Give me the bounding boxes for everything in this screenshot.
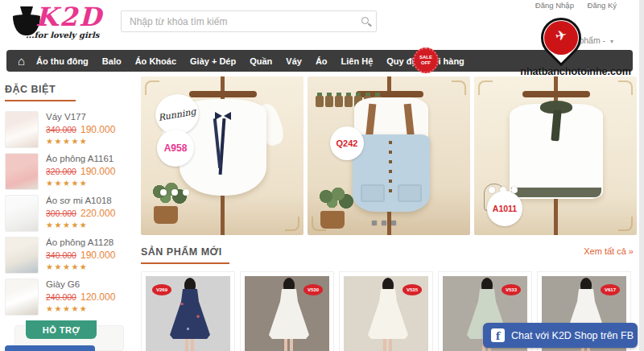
product-code-badge: Q242 [330, 126, 364, 160]
corner-ornament [452, 81, 466, 95]
old-price: 240.000 [46, 292, 76, 302]
product-code-badge: V617 [601, 284, 620, 295]
nav-item-vay[interactable]: Váy [286, 56, 302, 66]
sidebar-title: ĐẶC BIỆT [5, 77, 134, 95]
product-code-badge: A958 [157, 130, 194, 167]
category-dropdown-label: sản phẩm - [564, 35, 606, 45]
old-price: 340.000 [46, 250, 76, 260]
sidebar-product-giay-g6[interactable]: Giày G6 240.000120.000 ★★★★★ [5, 279, 134, 320]
product-thumbnail [5, 111, 39, 148]
hanger [189, 91, 257, 97]
pagination-dots[interactable] [372, 221, 396, 225]
sidebar-footer-link[interactable] [5, 345, 95, 351]
main-nav: ⌂ Áo thu đông Balo Áo Khoác Giày + Dép Q… [6, 50, 633, 72]
product-thumbnail [5, 237, 39, 274]
product-code-badge: V533 [502, 284, 521, 295]
grid-product-3[interactable]: V535 [339, 271, 433, 351]
new-products-header: SẢN PHẨM MỚI Xem tất cả » [141, 246, 637, 269]
register-link[interactable]: Đăng Ký [588, 1, 617, 10]
product-name: Áo phông A1128 [46, 237, 115, 247]
model-legs [284, 339, 287, 351]
category-dropdown[interactable]: sản phẩm - ▾ [564, 35, 613, 45]
login-link[interactable]: Đăng Nhập [535, 1, 574, 10]
product-code-badge: V530 [303, 284, 323, 295]
search-box [121, 10, 377, 32]
logo-tagline: ...for lovely girls [26, 31, 99, 39]
button-column [389, 141, 392, 197]
search-input[interactable] [122, 11, 376, 31]
plant-decoration [314, 192, 356, 229]
product-photo: V530 [245, 276, 329, 351]
white-dress [269, 289, 309, 339]
home-icon[interactable]: ⌂ [18, 55, 25, 67]
pagination-dots[interactable] [160, 189, 189, 196]
grid-product-1[interactable]: V269 [141, 271, 235, 351]
navy-floral-dress [170, 289, 210, 339]
product-name: Giày G6 [46, 279, 115, 289]
sidebar-product-vay-v177[interactable]: Váy V177 340.000190.000 ★★★★★ [5, 111, 134, 153]
floral-hem [511, 188, 601, 197]
old-price: 320.000 [46, 167, 76, 176]
section-title-underline [141, 262, 229, 264]
grid-product-2[interactable]: V530 [240, 271, 334, 351]
logo-title: K2D [35, 2, 103, 32]
model-legs [185, 339, 188, 351]
site-logo[interactable]: K2D ...for lovely girls [11, 2, 116, 42]
facebook-chat-label: Chat với K2D Shop trên FB [511, 330, 634, 341]
star-rating: ★★★★★ [46, 137, 115, 146]
account-links: Đăng Nhập Đăng Ký [524, 1, 617, 10]
sidebar-product-ao-phong-a1161[interactable]: Áo phông A1161 320.000190.000 ★★★★★ [5, 153, 134, 195]
view-all-link[interactable]: Xem tất cả » [584, 246, 634, 256]
facebook-icon: f [491, 328, 505, 342]
sale-off-badge[interactable]: SALE OFF [413, 47, 439, 73]
corner-ornament [285, 217, 299, 231]
support-ribbon[interactable]: HỖ TRỢ [26, 320, 97, 339]
product-photo: V269 [146, 276, 230, 351]
nav-item-ao-khoac[interactable]: Áo Khoác [135, 56, 176, 66]
nav-item-giay-dep[interactable]: Giày + Dép [190, 56, 236, 66]
sale-badge-line1: SALE [419, 55, 432, 60]
sidebar: ĐẶC BIỆT Váy V177 340.000190.000 ★★★★★ Á… [5, 77, 134, 320]
nav-item-ao-thu-dong[interactable]: Áo thu đông [36, 56, 89, 66]
old-price: 300.000 [46, 209, 76, 218]
corner-ornament [478, 81, 493, 95]
price: 190.000 [80, 124, 115, 135]
product-code-badge: V269 [152, 284, 171, 295]
product-thumbnail [5, 279, 39, 316]
page-background-strip [639, 0, 644, 351]
carousel-slide-3[interactable]: A1011 [474, 76, 637, 235]
price: 190.000 [80, 250, 115, 261]
star-rating: ★★★★★ [46, 262, 115, 271]
cream-dress [368, 289, 408, 339]
carousel-slide-2[interactable]: Q242 [308, 76, 470, 235]
sidebar-product-ao-so-mi-a1018[interactable]: Áo sơ mi A1018 300.000220.000 ★★★★★ [5, 195, 134, 237]
star-rating: ★★★★★ [46, 221, 115, 229]
nav-item-balo[interactable]: Balo [102, 56, 122, 66]
product-thumbnail [5, 153, 39, 190]
sidebar-title-underline [5, 100, 76, 101]
sidebar-product-ao-phong-a1128[interactable]: Áo phông A1128 340.000190.000 ★★★★★ [5, 237, 134, 279]
corner-ornament [618, 81, 633, 95]
product-code-badge: A1011 [487, 191, 522, 226]
old-price: 340.000 [46, 125, 76, 134]
price: 190.000 [80, 166, 115, 177]
product-name: Áo phông A1161 [46, 154, 115, 163]
navy-bow [215, 112, 231, 120]
product-name: Váy V177 [46, 112, 115, 122]
facebook-chat-button[interactable]: f Chat với K2D Shop trên FB [483, 323, 638, 348]
sale-badge-line2: OFF [421, 60, 431, 66]
product-name: Áo sơ mi A1018 [46, 196, 115, 205]
model-legs [383, 339, 386, 351]
star-rating: ★★★★★ [46, 179, 115, 188]
nav-item-quan[interactable]: Quần [250, 56, 272, 66]
carousel-slide-1[interactable]: Running A958 [141, 76, 303, 235]
search-icon[interactable] [361, 17, 369, 24]
price: 120.000 [80, 291, 115, 303]
nav-item-ao[interactable]: Áo [316, 56, 328, 66]
section-title: SẢN PHẨM MỚI [141, 246, 637, 258]
nav-item-lien-he[interactable]: Liên Hệ [341, 56, 374, 66]
overall-pocket [398, 184, 422, 202]
header: K2D ...for lovely girls Đăng Nhập Đăng K… [0, 0, 639, 48]
hanger [522, 91, 590, 97]
chevron-down-icon: ▾ [610, 38, 613, 45]
